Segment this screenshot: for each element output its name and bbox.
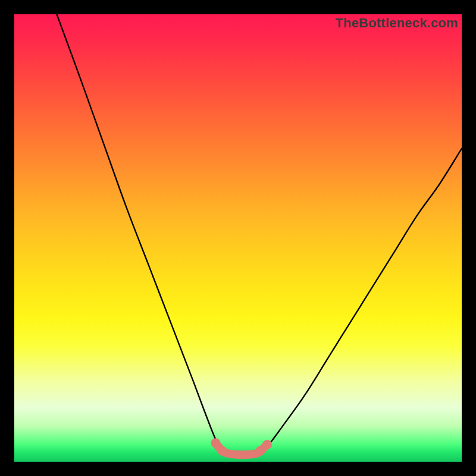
chart-svg: [14, 14, 462, 462]
plot-area: TheBottleneck.com: [14, 14, 462, 462]
minimum-bead: [218, 446, 227, 456]
minimum-bead: [262, 440, 272, 449]
marker-layer: [211, 438, 271, 456]
series-right-curve: [261, 149, 462, 451]
series-left-curve: [57, 14, 222, 451]
curve-layer: [57, 14, 462, 455]
minimum-bead: [211, 438, 220, 447]
chart-frame: TheBottleneck.com: [0, 0, 476, 476]
